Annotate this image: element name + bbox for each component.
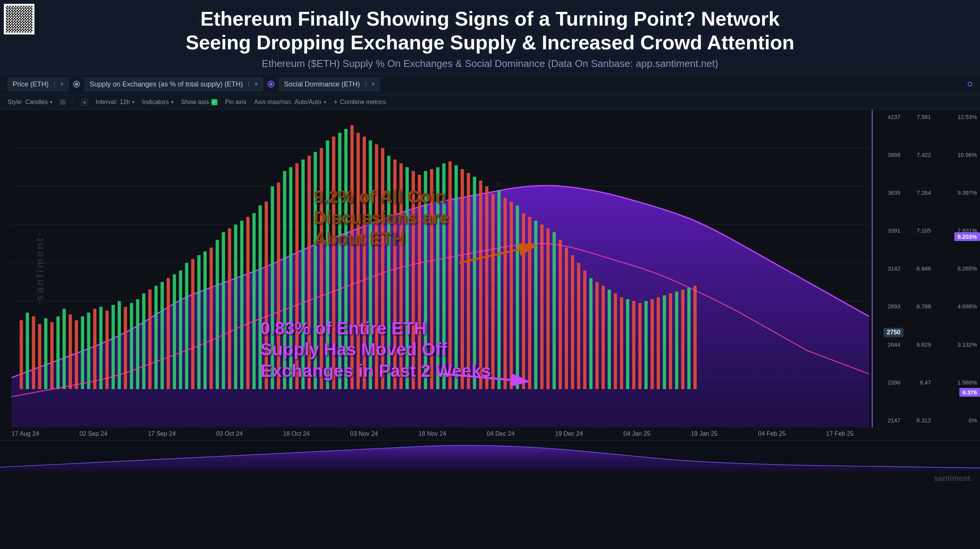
supply-label-1: 7.422 <box>903 152 934 158</box>
mini-chart-svg <box>0 441 980 471</box>
svg-rect-11 <box>44 318 47 389</box>
metric-tab-price[interactable]: Price (ETH) ⋮ × <box>8 78 69 91</box>
svg-rect-46 <box>258 205 262 389</box>
svg-rect-84 <box>491 194 495 389</box>
metric-tab-social[interactable]: Social Dominance (ETH) ⋮ × <box>279 78 380 91</box>
interval-value: 12h <box>120 99 130 106</box>
svg-rect-38 <box>209 248 213 389</box>
svg-rect-92 <box>540 225 544 389</box>
supply-label-4: 6.946 <box>903 265 934 272</box>
svg-rect-100 <box>589 278 593 389</box>
svg-rect-42 <box>234 225 237 389</box>
supply-label-2: 7.264 <box>903 189 934 196</box>
show-axis-checkbox[interactable]: ✓ <box>211 99 217 105</box>
svg-rect-69 <box>399 163 403 389</box>
svg-rect-26 <box>136 299 139 389</box>
price-tab-label: Price (ETH) <box>13 80 49 88</box>
supply-label-7: 6.47 <box>903 379 934 386</box>
svg-rect-28 <box>148 290 152 389</box>
svg-rect-81 <box>473 177 476 389</box>
qr-code <box>4 4 34 34</box>
svg-rect-64 <box>369 140 372 389</box>
price-label-8: 2147 <box>873 417 903 424</box>
svg-rect-27 <box>142 293 145 389</box>
price-label-6: 2644 <box>873 341 903 348</box>
indicators-control[interactable]: Indicators ▾ <box>142 99 173 106</box>
svg-rect-19 <box>93 309 96 389</box>
svg-rect-70 <box>405 167 409 389</box>
divider-1 <box>73 98 74 106</box>
svg-rect-73 <box>424 171 427 389</box>
svg-rect-76 <box>442 163 446 389</box>
current-social-badge-low: 6.376 <box>959 388 980 397</box>
svg-rect-30 <box>160 282 164 389</box>
supply-label-6: 6.629 <box>903 341 934 348</box>
svg-rect-35 <box>191 259 194 389</box>
social-label-2: 9.397% <box>934 189 980 196</box>
combine-metrics-control[interactable]: + Combine metrics <box>334 98 386 106</box>
metrics-toolbar: Price (ETH) ⋮ × Supply on Exchanges (as … <box>0 74 980 95</box>
svg-rect-47 <box>265 202 268 389</box>
mini-chart[interactable] <box>0 440 980 471</box>
svg-rect-82 <box>479 181 482 389</box>
interval-control[interactable]: Interval: 12h ▾ <box>96 99 135 106</box>
supply-label-3: 7.105 <box>903 227 934 234</box>
svg-rect-108 <box>638 303 642 389</box>
svg-rect-44 <box>246 217 250 389</box>
supply-tab-menu[interactable]: ⋮ <box>246 81 252 87</box>
price-label-3: 3391 <box>873 227 903 234</box>
svg-rect-67 <box>387 156 390 389</box>
svg-rect-55 <box>314 152 317 389</box>
social-tab-close[interactable]: × <box>371 81 375 88</box>
svg-rect-31 <box>167 278 170 389</box>
x-label-9: 04 Jan 25 <box>624 430 650 437</box>
svg-rect-99 <box>583 270 586 389</box>
svg-rect-74 <box>430 169 433 389</box>
svg-rect-109 <box>644 301 648 389</box>
price-tab-menu[interactable]: ⋮ <box>52 81 57 87</box>
svg-rect-85 <box>497 190 501 389</box>
svg-rect-96 <box>565 248 568 389</box>
social-tab-menu[interactable]: ⋮ <box>363 81 368 87</box>
svg-rect-39 <box>216 240 219 389</box>
price-label-7: 2396 <box>873 379 903 386</box>
svg-rect-24 <box>124 307 127 389</box>
svg-rect-25 <box>130 303 133 389</box>
svg-rect-75 <box>436 167 439 389</box>
svg-rect-94 <box>552 232 556 389</box>
svg-rect-116 <box>687 288 691 389</box>
svg-rect-48 <box>271 186 274 389</box>
axis-maxmin-control[interactable]: Axis max/min: Auto/Auto ▾ <box>254 99 326 106</box>
svg-rect-114 <box>675 292 678 389</box>
svg-rect-113 <box>669 293 672 389</box>
svg-rect-10 <box>38 324 41 389</box>
svg-rect-60 <box>344 129 348 389</box>
show-axis-control[interactable]: Show axis ✓ <box>181 99 217 106</box>
svg-rect-53 <box>301 160 305 389</box>
svg-rect-21 <box>105 311 109 389</box>
axis-value: Auto/Auto <box>294 99 321 106</box>
svg-rect-33 <box>179 270 182 389</box>
supply-label-8: 6.312 <box>903 417 934 424</box>
svg-rect-83 <box>485 186 488 389</box>
svg-rect-58 <box>332 137 335 389</box>
indicators-chevron: ▾ <box>171 99 173 105</box>
x-label-7: 04 Dec 24 <box>487 430 515 437</box>
svg-rect-61 <box>350 125 354 389</box>
svg-rect-63 <box>363 137 366 389</box>
svg-rect-57 <box>326 140 329 389</box>
svg-rect-34 <box>185 263 188 389</box>
svg-rect-88 <box>516 205 519 389</box>
price-tab-close[interactable]: × <box>60 81 64 88</box>
style-control[interactable]: Style: Candles ▾ <box>8 99 52 106</box>
svg-rect-106 <box>626 299 629 389</box>
pin-axis-control[interactable]: Pin axis <box>225 99 247 106</box>
price-label-5: 2893 <box>873 303 903 310</box>
svg-rect-8 <box>26 313 29 389</box>
svg-rect-59 <box>338 133 341 389</box>
metric-tab-supply[interactable]: Supply on Exchanges (as % of total suppl… <box>85 78 263 91</box>
candle-style-icon <box>60 99 65 105</box>
chart-type-icon: ⊞ <box>81 99 88 106</box>
svg-rect-23 <box>118 301 121 389</box>
supply-tab-close[interactable]: × <box>255 81 258 88</box>
